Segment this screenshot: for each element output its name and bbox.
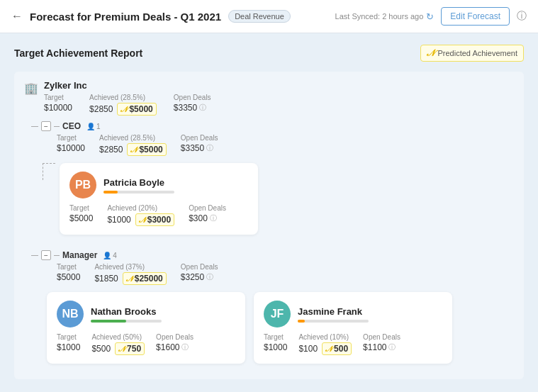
nathan-target: Target $1000 (57, 333, 80, 355)
jasmine-card: JF Jasmine Frank Target $100 (254, 292, 452, 364)
nathan-progress-fill (91, 320, 126, 323)
ceo-achieved: Achieved (28.5%) $2850 𝒩 $5000 (99, 134, 167, 156)
company-target: Target $10000 (44, 94, 72, 116)
report-title: Target Achievement Report (14, 47, 142, 59)
patricia-progress-fill (103, 191, 118, 194)
jasmine-predicted-value: 𝒩 500 (322, 342, 352, 355)
patricia-achieved: Achieved (20%) $1000 𝒩 $3000 (107, 204, 174, 226)
jasmine-avatar: JF (264, 301, 291, 327)
manager-role-name: Manager (62, 250, 97, 260)
ceo-target: Target $10000 (57, 134, 85, 156)
company-achieved: Achieved (28.5%) $2850 𝒩 $5000 (89, 94, 157, 116)
nathan-header: NB Nathan Brooks (57, 301, 235, 327)
patricia-open-deals: Open Deals $300 ⓘ (189, 204, 226, 226)
predicted-n-icon: 𝒩 (427, 47, 434, 59)
manager-cards: NB Nathan Brooks Target $100 (47, 292, 514, 369)
header-left: ← Forecast for Premium Deals - Q1 2021 D… (11, 10, 291, 23)
ceo-metrics: Target $10000 Achieved (28.5%) $2850 𝒩 $… (57, 134, 514, 156)
nathan-avatar: NB (57, 301, 84, 327)
patricia-predicted-value: 𝒩 $3000 (135, 213, 174, 226)
tree-h-line2 (54, 126, 60, 127)
jasmine-name: Jasmine Frank (298, 306, 369, 317)
ceo-expand-button[interactable]: − (41, 121, 51, 131)
company-name: Zylker Inc (44, 80, 211, 91)
ceo-role-name: CEO (62, 121, 81, 131)
nathan-achieved: Achieved (50%) $500 𝒩 750 (91, 333, 145, 355)
predicted-label: Predicted Achievement (437, 49, 517, 57)
manager-open-info-icon[interactable]: ⓘ (206, 272, 213, 282)
patricia-metrics: Target $5000 Achieved (20%) $1000 𝒩 $300… (69, 204, 248, 226)
manager-role-row: − Manager 👤 4 (31, 250, 514, 260)
patricia-card: PB Patricia Boyle Target $50 (60, 163, 258, 235)
jasmine-open-deals: Open Deals $1100 ⓘ (363, 333, 400, 355)
nathan-name: Nathan Brooks (91, 306, 162, 317)
patricia-header: PB Patricia Boyle (69, 172, 248, 198)
company-icon: 🏢 (24, 82, 38, 95)
tree-corner (43, 163, 55, 180)
ceo-member-count: 👤 1 (86, 123, 101, 130)
edit-forecast-button[interactable]: Edit Forecast (441, 7, 510, 26)
manager-achieved: Achieved (37%) $1850 𝒩 $25000 (94, 263, 166, 285)
ceo-open-info-icon[interactable]: ⓘ (206, 143, 213, 153)
header: ← Forecast for Premium Deals - Q1 2021 D… (0, 0, 538, 33)
ceo-predicted-value: 𝒩 $5000 (127, 143, 166, 156)
patricia-avatar: PB (69, 172, 96, 198)
patricia-progress-bar (103, 191, 174, 194)
predicted-badge: 𝒩 Predicted Achievement (420, 45, 524, 62)
page-title: Forecast for Premium Deals - Q1 2021 (30, 11, 221, 23)
jasmine-metrics: Target $1000 Achieved (10%) $100 𝒩 500 (264, 333, 442, 355)
deal-revenue-badge: Deal Revenue (228, 10, 291, 23)
ceo-section: − CEO 👤 1 Target $10000 Achieved (2 (31, 121, 514, 369)
nathan-open-info-icon[interactable]: ⓘ (181, 342, 189, 352)
jasmine-progress-fill (298, 320, 305, 323)
manager-predicted-value: 𝒩 $25000 (123, 272, 167, 285)
company-metrics: Target $10000 Achieved (28.5%) $2850 𝒩 $… (44, 94, 211, 116)
jasmine-target: Target $1000 (264, 333, 287, 355)
company-predicted-value: 𝒩 $5000 (117, 103, 156, 116)
company-open-deals: Open Deals $3350 ⓘ (174, 94, 211, 116)
nathan-metrics: Target $1000 Achieved (50%) $500 𝒩 750 (57, 333, 235, 355)
jasmine-achieved: Achieved (10%) $100 𝒩 500 (298, 333, 352, 355)
jasmine-header: JF Jasmine Frank (264, 301, 442, 327)
patricia-name: Patricia Boyle (103, 177, 174, 188)
tree-h-line (31, 126, 38, 127)
last-synced-label: Last Synced: 2 hours ago ↻ (335, 11, 435, 22)
main-content: Target Achievement Report 𝒩 Predicted Ac… (0, 33, 538, 391)
back-button[interactable]: ← (11, 10, 23, 23)
manager-member-count: 👤 4 (103, 252, 117, 259)
company-row: 🏢 Zylker Inc Target $10000 Achieved (28.… (24, 80, 514, 116)
ceo-role-row: − CEO 👤 1 (31, 121, 514, 131)
nathan-progress-bar (91, 320, 162, 323)
patricia-open-info-icon[interactable]: ⓘ (210, 213, 217, 223)
header-right: Last Synced: 2 hours ago ↻ Edit Forecast… (335, 7, 527, 26)
info-icon[interactable]: ⓘ (517, 10, 527, 23)
open-deals-info-icon[interactable]: ⓘ (199, 103, 206, 113)
manager-metrics: Target $5000 Achieved (37%) $1850 𝒩 $250… (57, 263, 514, 285)
jasmine-progress-bar (298, 320, 369, 323)
org-section: 🏢 Zylker Inc Target $10000 Achieved (28.… (14, 72, 524, 379)
report-header: Target Achievement Report 𝒩 Predicted Ac… (14, 45, 524, 62)
nathan-open-deals: Open Deals $1600 ⓘ (156, 333, 194, 355)
tree-h-line3 (31, 255, 38, 256)
manager-open-deals: Open Deals $3250 ⓘ (181, 263, 218, 285)
ceo-open-deals: Open Deals $3350 ⓘ (181, 134, 218, 156)
nathan-card: NB Nathan Brooks Target $100 (47, 292, 245, 364)
jasmine-open-info-icon[interactable]: ⓘ (388, 342, 396, 352)
nathan-predicted-value: 𝒩 750 (115, 342, 145, 355)
tree-h-line4 (54, 255, 60, 256)
manager-expand-button[interactable]: − (41, 250, 51, 260)
sync-icon[interactable]: ↻ (426, 11, 434, 22)
patricia-target: Target $5000 (69, 204, 93, 226)
manager-target: Target $5000 (57, 263, 80, 285)
